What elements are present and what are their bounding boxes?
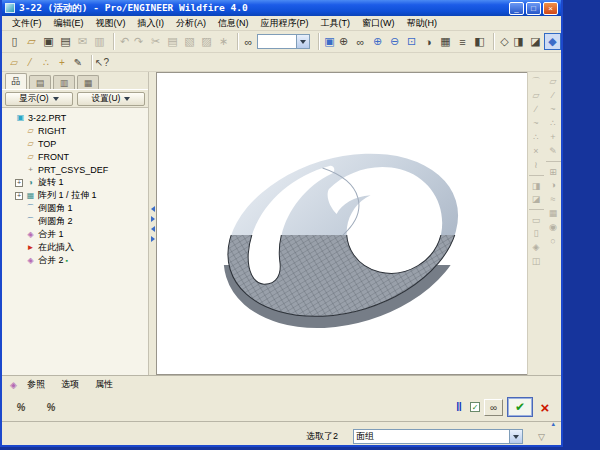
menu-insert[interactable]: 插入(I) <box>132 16 171 31</box>
wrap-tool[interactable]: ◪ <box>529 192 544 206</box>
datum-plane-button[interactable]: ▱ <box>6 55 22 70</box>
refit-button[interactable]: ⊡ <box>403 33 420 50</box>
verify-button[interactable]: ∞ <box>484 399 503 416</box>
collapse-chevron-icon[interactable]: ▴ <box>551 420 555 428</box>
cancel-button[interactable]: × <box>537 399 553 416</box>
divide-tool[interactable]: ≀ <box>529 158 544 172</box>
view-manager-button[interactable]: ◧ <box>471 33 488 50</box>
context-help-button[interactable]: ↖? <box>91 55 107 70</box>
show-button[interactable]: 显示(O) <box>5 92 73 106</box>
point-tool[interactable]: ∴ <box>529 130 544 144</box>
print-button[interactable]: ▤ <box>57 33 74 50</box>
cut-button[interactable]: ✂ <box>147 33 164 50</box>
filter-select[interactable]: 面组 <box>353 429 523 444</box>
maximize-button[interactable]: □ <box>526 2 541 15</box>
datum-csys-button[interactable]: + <box>54 55 70 70</box>
paste-button[interactable]: ▧ <box>181 33 198 50</box>
layers-button[interactable]: ≡ <box>454 33 471 50</box>
redo-button[interactable]: ↷ <box>130 33 147 50</box>
offset-tool[interactable]: ▯ <box>529 226 544 240</box>
folder-browser-tab[interactable]: ▤ <box>29 75 51 89</box>
wireframe-button[interactable]: ◇ <box>493 33 510 50</box>
line-tool[interactable]: ∕ <box>529 102 544 116</box>
regenerate-button[interactable]: ∗ <box>215 33 232 50</box>
shell-tool[interactable]: ○ <box>546 234 561 248</box>
merge-side-toggle-1[interactable]: % <box>10 399 32 416</box>
menu-analysis[interactable]: 分析(A) <box>170 16 212 31</box>
no-hidden-button[interactable]: ◪ <box>527 33 544 50</box>
tree-item-round-1[interactable]: ⌒倒圆角 1 <box>2 202 148 215</box>
sketch-tool[interactable]: ✎ <box>546 144 561 158</box>
extrude-tool[interactable]: ⊞ <box>546 161 561 178</box>
menu-help[interactable]: 帮助(H) <box>401 16 444 31</box>
tab-options[interactable]: 选项 <box>61 378 79 391</box>
tree-item-merge-1[interactable]: ◈合并 1 <box>2 228 148 241</box>
tree-expander[interactable]: + <box>15 179 23 187</box>
favorites-tab[interactable]: ▥ <box>53 75 75 89</box>
sketch-button[interactable]: ✎ <box>70 55 86 70</box>
ok-button[interactable]: ✔ <box>507 397 533 417</box>
delete-segment-tool[interactable]: × <box>529 144 544 158</box>
tree-item-front[interactable]: ▱FRONT <box>2 150 148 163</box>
tree-item-merge-2[interactable]: ◈合并 2▪ <box>2 254 148 267</box>
style-tool[interactable]: ⌒ <box>529 74 544 88</box>
menu-applications[interactable]: 应用程序(P) <box>255 16 315 31</box>
tab-properties[interactable]: 属性 <box>95 378 113 391</box>
search-combo[interactable] <box>257 34 310 49</box>
datum-plane-tool[interactable]: ▱ <box>546 74 561 88</box>
orientation-mode-button[interactable]: ∞ <box>352 33 369 50</box>
hole-tool[interactable]: ◉ <box>546 220 561 234</box>
menu-edit[interactable]: 编辑(E) <box>48 16 90 31</box>
filter-select-dropdown[interactable] <box>509 430 522 443</box>
tree-item-insert-here[interactable]: ►在此插入 <box>2 241 148 254</box>
shaded-button[interactable]: ◆ <box>544 33 561 50</box>
paste-special-button[interactable]: ▨ <box>198 33 215 50</box>
boundary-blend-tool[interactable]: ▦ <box>546 206 561 220</box>
repaint-button[interactable]: ▣ <box>318 33 335 50</box>
mirror-tool[interactable]: ◫ <box>529 254 544 268</box>
tree-item-3-22-prt[interactable]: ▣3-22.PRT <box>2 111 148 124</box>
preview-checkbox[interactable]: ✓ <box>470 402 480 412</box>
reorient-button[interactable]: ◑ <box>420 33 437 50</box>
merge-tool[interactable]: ◈ <box>529 240 544 254</box>
navigator-sash[interactable] <box>148 72 156 375</box>
save-button[interactable]: ▣ <box>40 33 57 50</box>
settings-button[interactable]: 设置(U) <box>77 92 145 106</box>
spin-center-button[interactable]: ⊕ <box>335 33 352 50</box>
open-button[interactable]: ▱ <box>23 33 40 50</box>
tree-item-right[interactable]: ▱RIGHT <box>2 124 148 137</box>
pause-button[interactable]: ‖ <box>452 400 466 414</box>
menu-file[interactable]: 文件(F) <box>6 16 48 31</box>
datum-point-tool[interactable]: ∴ <box>546 116 561 130</box>
zoom-out-button[interactable]: ⊖ <box>386 33 403 50</box>
zoom-in-button[interactable]: ⊕ <box>369 33 386 50</box>
search-combo-dropdown[interactable] <box>296 35 309 48</box>
hidden-line-button[interactable]: ◨ <box>510 33 527 50</box>
revolve-tool[interactable]: ◑ <box>546 178 561 192</box>
menu-view[interactable]: 视图(V) <box>90 16 132 31</box>
menu-window[interactable]: 窗口(W) <box>356 16 401 31</box>
new-button[interactable]: ▯ <box>6 33 23 50</box>
tree-item-prt-csys-def[interactable]: +PRT_CSYS_DEF <box>2 163 148 176</box>
spline-tool[interactable]: ▱ <box>529 88 544 102</box>
tree-item-round-2[interactable]: ⌒倒圆角 2 <box>2 215 148 228</box>
undo-button[interactable]: ↶ <box>113 33 130 50</box>
history-tab[interactable]: ▦ <box>77 75 99 89</box>
tree-expander[interactable]: + <box>15 192 23 200</box>
tree-item-pattern-1[interactable]: +▦阵列 1 / 拉伸 1 <box>2 189 148 202</box>
model-tree-tab[interactable]: 品 <box>5 73 27 89</box>
trim-tool[interactable]: ▭ <box>529 209 544 226</box>
datum-csys-tool[interactable]: + <box>546 130 561 144</box>
sweep-tool[interactable]: ≈ <box>546 192 561 206</box>
merge-side-toggle-2[interactable]: % <box>40 399 62 416</box>
datum-curve-tool[interactable]: ~ <box>546 102 561 116</box>
menu-tools[interactable]: 工具(T) <box>315 16 357 31</box>
tab-references[interactable]: 参照 <box>27 378 45 391</box>
project-tool[interactable]: ◨ <box>529 175 544 192</box>
minimize-button[interactable]: _ <box>509 2 524 15</box>
erase-button[interactable]: ▥ <box>91 33 108 50</box>
tree-item-top[interactable]: ▱TOP <box>2 137 148 150</box>
datum-axis-tool[interactable]: ⁄ <box>546 88 561 102</box>
menu-info[interactable]: 信息(N) <box>212 16 255 31</box>
close-button[interactable]: × <box>543 2 558 15</box>
